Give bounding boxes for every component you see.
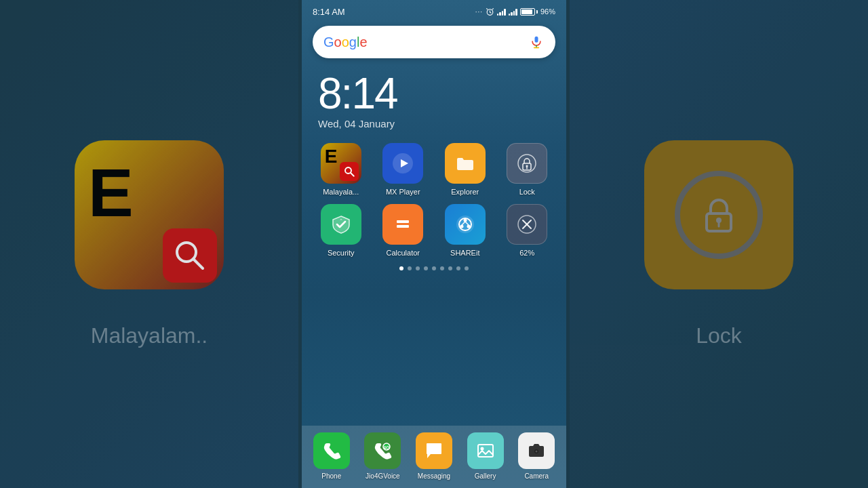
calculator-icon [392, 214, 414, 235]
clock-date: Wed, 04 January [318, 118, 550, 129]
app-item-mxplayer[interactable]: MX Player [375, 143, 432, 196]
dock-icon-camera[interactable] [518, 432, 555, 469]
status-time: 8:14 AM [313, 7, 345, 17]
app-label-calculator: Calculator [386, 249, 420, 257]
svg-point-27 [460, 225, 463, 228]
app-icon-lock[interactable] [507, 143, 547, 184]
app-label-mxplayer: MX Player [386, 188, 420, 196]
app-icon-62pct[interactable] [507, 204, 547, 245]
dock-item-camera[interactable]: Camera [512, 432, 561, 480]
clock-section: 8:14 Wed, 04 January [302, 64, 566, 132]
jio-voip-icon: 4G [372, 441, 393, 461]
svg-line-14 [351, 173, 354, 176]
dot-5 [440, 266, 444, 270]
app-item-calculator[interactable]: Calculator [375, 204, 432, 257]
dot-0 [399, 266, 403, 270]
battery-icon [520, 8, 538, 16]
app-label-security: Security [328, 249, 355, 257]
bg-right-panel: Lock [570, 0, 868, 488]
dock-icon-phone[interactable] [313, 432, 350, 469]
google-logo: Google [323, 35, 368, 50]
svg-point-25 [463, 219, 467, 222]
mic-icon[interactable] [528, 34, 545, 50]
svg-rect-21 [397, 220, 409, 223]
lock-icon [516, 152, 538, 174]
app-item-explorer[interactable]: Explorer [437, 143, 494, 196]
dot-1 [408, 266, 412, 270]
svg-text:4G: 4G [384, 445, 391, 450]
dock-label-messaging: Messaging [418, 472, 450, 480]
dot-7 [456, 266, 460, 270]
app-label-62pct: 62% [519, 249, 534, 257]
search-overlay-icon [343, 165, 355, 178]
google-search-bar[interactable]: Google [313, 26, 555, 58]
dot-4 [432, 266, 436, 270]
app-icon-explorer[interactable] [445, 143, 486, 184]
app-icon-security[interactable] [321, 204, 361, 245]
app-icon-calculator[interactable] [382, 204, 423, 245]
app-label-shareit: SHAREit [450, 249, 479, 257]
signal-bars-1 [497, 7, 506, 16]
message-icon [424, 441, 444, 461]
app-grid: E Malayala... MX Player [302, 132, 566, 257]
battery-percent: 96% [540, 7, 555, 16]
dock-item-gallery[interactable]: Gallery [461, 432, 510, 480]
dock-icon-gallery[interactable] [467, 432, 504, 469]
dock-item-messaging[interactable]: Messaging [410, 432, 458, 480]
app-label-malayalam: Malayala... [323, 188, 359, 196]
app-item-security[interactable]: Security [313, 204, 370, 257]
bg-mal-overlay [163, 228, 217, 283]
play-icon [392, 152, 414, 174]
alarm-icon [486, 7, 494, 16]
app-item-62pct[interactable]: 62% [499, 204, 556, 257]
mal-e-letter: E [325, 146, 338, 167]
app-item-malayalam[interactable]: E Malayala... [313, 143, 370, 196]
dock-icon-jio4gvoice[interactable]: 4G [364, 432, 401, 469]
security-shield-icon [330, 214, 352, 235]
status-icons: ··· [475, 7, 555, 16]
dock-label-jio4gvoice: Jio4GVoice [366, 472, 400, 480]
app-item-lock[interactable]: Lock [499, 143, 556, 196]
signal-bars-2 [509, 7, 517, 16]
bg-mal-search-icon [173, 239, 207, 272]
phone-screen: 8:14 AM ··· [302, 0, 566, 488]
camera-icon [526, 441, 547, 461]
app-icon-shareit[interactable] [445, 204, 486, 245]
dock-item-jio4gvoice[interactable]: 4G Jio4GVoice [359, 432, 408, 480]
dot-2 [416, 266, 420, 270]
app-label-explorer: Explorer [451, 188, 479, 196]
svg-line-7 [490, 12, 491, 13]
dot-8 [465, 266, 469, 270]
svg-point-39 [536, 451, 538, 453]
svg-line-8 [487, 8, 488, 9]
bg-left-label: Malayalam.. [91, 323, 208, 348]
signal-dots-icon: ··· [475, 8, 483, 16]
dock-item-phone[interactable]: Phone [307, 432, 356, 480]
app-icon-mxplayer[interactable] [382, 143, 423, 184]
dot-3 [424, 266, 428, 270]
status-bar: 8:14 AM ··· [302, 0, 566, 20]
bg-e-letter: E [88, 154, 134, 232]
svg-point-26 [467, 225, 470, 228]
app-label-lock: Lock [519, 188, 535, 196]
svg-rect-22 [397, 225, 409, 228]
dock-icon-messaging[interactable] [416, 432, 452, 469]
x-icon [516, 214, 538, 235]
bg-lock-svg [698, 195, 739, 235]
svg-rect-10 [535, 37, 538, 43]
svg-rect-35 [478, 445, 493, 457]
dock-label-gallery: Gallery [475, 472, 496, 480]
gallery-icon [475, 441, 496, 461]
dock-label-camera: Camera [524, 472, 549, 480]
svg-line-1 [193, 259, 203, 268]
bg-lock-circle [675, 171, 763, 259]
dock-label-phone: Phone [321, 472, 341, 480]
bg-left-panel: E Malayalam.. [0, 0, 298, 488]
phone-icon [321, 441, 342, 461]
dot-6 [448, 266, 452, 270]
folder-icon [454, 152, 476, 174]
shareit-icon [454, 214, 476, 235]
dock: Phone 4G Jio4GVoice Messaging [302, 426, 566, 488]
app-item-shareit[interactable]: SHAREit [437, 204, 494, 257]
app-icon-malayalam[interactable]: E [321, 143, 361, 184]
